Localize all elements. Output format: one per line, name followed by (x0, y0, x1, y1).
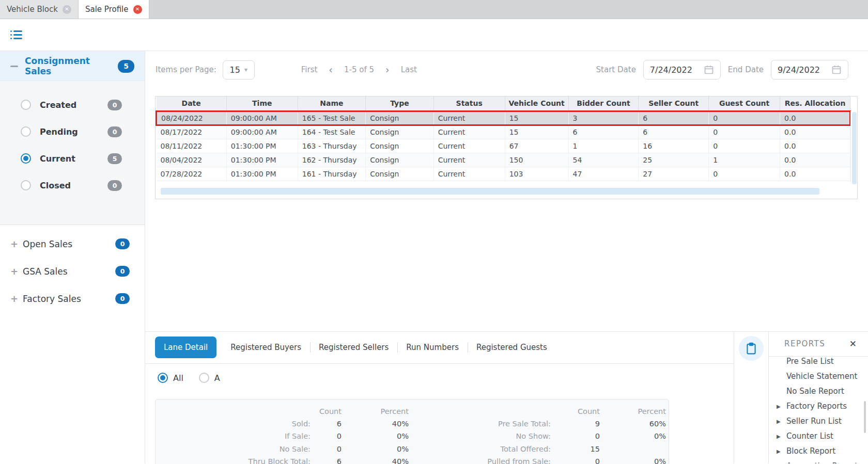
summary-row: No Sale:00% (156, 443, 409, 455)
report-group-counter-list[interactable]: ▶Counter List (777, 429, 868, 444)
summary-spacer (409, 405, 551, 418)
sidebar-status-closed[interactable]: Closed0 (0, 172, 145, 199)
detail-tab-lane-detail[interactable]: Lane Detail (155, 337, 216, 358)
radio-icon[interactable] (21, 100, 31, 110)
radio-icon[interactable] (199, 373, 209, 383)
lane-filter-label: All (173, 373, 183, 383)
chevron-right-icon[interactable]: ▶ (777, 449, 783, 454)
table-cell: 47 (568, 167, 639, 181)
report-item-pre-sale-list[interactable]: Pre Sale List (777, 357, 868, 369)
sidebar-item-open-sales[interactable]: +Open Sales0 (0, 230, 145, 258)
collapse-minus-icon[interactable] (10, 66, 18, 67)
reports-scrollbar-thumb[interactable] (864, 401, 866, 433)
pager-prev-icon[interactable]: ‹ (329, 64, 333, 75)
radio-icon[interactable] (21, 180, 31, 190)
end-date-input[interactable]: 9/24/2022 (771, 60, 848, 79)
window-tab-bar: Vehicle Block ✕ Sale Profile ✕ (0, 0, 868, 19)
expand-plus-icon[interactable]: + (10, 266, 19, 277)
tab-vehicle-block[interactable]: Vehicle Block ✕ (0, 0, 79, 19)
table-cell: 0.0 (780, 167, 850, 181)
pager-next-icon[interactable]: › (385, 64, 390, 75)
table-cell: Consign (366, 111, 433, 125)
column-header[interactable]: Date (157, 97, 227, 111)
report-group-accounting-reports[interactable]: ▶Accounting Reports (777, 459, 868, 464)
reports-clipboard-button[interactable] (739, 336, 764, 361)
table-header-row: DateTimeNameTypeStatusVehicle CountBidde… (157, 97, 850, 111)
table-cell: 25 (639, 153, 709, 167)
items-per-page-select[interactable]: 15 ▾ (223, 60, 255, 79)
sales-table-row[interactable]: 08/17/202209:00:00 AM164 - Test SaleCons… (157, 125, 850, 139)
items-per-page-value: 15 (230, 65, 240, 75)
table-cell: Consign (366, 153, 433, 167)
summary-header-row: CountPercent (409, 405, 666, 418)
column-header[interactable]: Status (433, 97, 505, 111)
report-group-factory-reports[interactable]: ▶Factory Reports (777, 399, 868, 414)
sales-table-row[interactable]: 08/11/202201:30:00 PM163 - ThursdayConsi… (157, 139, 850, 153)
sales-table-row[interactable]: 08/04/202201:30:00 PM162 - ThursdayConsi… (157, 153, 850, 167)
radio-icon[interactable] (158, 373, 168, 383)
summary-count: 0 (311, 430, 342, 442)
lane-filter-option-a[interactable]: A (199, 373, 220, 383)
pager-first-button[interactable]: First (301, 65, 318, 74)
chevron-right-icon[interactable]: ▶ (777, 434, 783, 439)
summary-spacer (156, 405, 311, 418)
sales-table-row[interactable]: 07/28/202201:30:00 PM161 - ThursdayConsi… (157, 167, 850, 181)
table-cell: Current (433, 111, 505, 125)
radio-icon[interactable] (21, 153, 31, 164)
radio-icon[interactable] (21, 126, 31, 137)
summary-row: No Show:00% (409, 430, 666, 442)
detail-tab-registered-buyers[interactable]: Registered Buyers (222, 343, 310, 352)
close-icon[interactable]: ✕ (63, 5, 71, 14)
table-cell: 0.0 (780, 139, 850, 153)
scrollbar-thumb[interactable] (852, 112, 857, 184)
table-cell: Current (433, 153, 505, 167)
report-group-seller-run-list[interactable]: ▶Seller Run List (777, 414, 868, 429)
sidebar-item-factory-sales[interactable]: +Factory Sales0 (0, 285, 145, 312)
chevron-right-icon[interactable]: ▶ (777, 463, 783, 464)
chevron-right-icon[interactable]: ▶ (777, 404, 783, 409)
scrollbar-thumb[interactable] (161, 188, 819, 195)
sidebar-groups: +Open Sales0+GSA Sales0+Factory Sales0 (0, 225, 145, 312)
table-cell: 6 (568, 125, 639, 139)
sales-table-container: DateTimeNameTypeStatusVehicle CountBidde… (155, 96, 858, 199)
column-header[interactable]: Time (226, 97, 298, 111)
pager-last-button[interactable]: Last (401, 65, 417, 74)
sales-table-row[interactable]: 08/24/202209:00:00 AM165 - Test SaleCons… (157, 111, 850, 125)
summary-label: If Sale: (156, 430, 311, 442)
lane-filter-option-all[interactable]: All (158, 373, 183, 383)
column-header[interactable]: Seller Count (639, 97, 709, 111)
table-cell: 6 (639, 125, 709, 139)
sidebar-status-created[interactable]: Created0 (0, 91, 145, 118)
tab-sale-profile[interactable]: Sale Profile ✕ (79, 0, 149, 19)
report-item-vehicle-statement[interactable]: Vehicle Statement (777, 369, 868, 384)
detail-tab-registered-guests[interactable]: Registered Guests (468, 343, 556, 352)
column-header[interactable]: Type (366, 97, 433, 111)
expand-plus-icon[interactable]: + (10, 293, 19, 304)
report-item-no-sale-report[interactable]: No Sale Report (777, 384, 868, 399)
reports-panel: REPORTS ✕ Pre Sale ListVehicle Statement… (768, 332, 868, 464)
detail-tab-registered-sellers[interactable]: Registered Sellers (310, 343, 397, 352)
column-header[interactable]: Vehicle Count (505, 97, 568, 111)
column-header[interactable]: Res. Allocation (780, 97, 850, 111)
column-header[interactable]: Guest Count (709, 97, 780, 111)
sidebar-item-consignment-sales[interactable]: Consignment Sales 5 (0, 51, 145, 81)
close-icon[interactable]: ✕ (133, 5, 142, 14)
group-count-badge: 0 (115, 238, 130, 249)
detail-tab-run-numbers[interactable]: Run Numbers (397, 343, 468, 352)
status-count-badge: 0 (107, 100, 122, 110)
sidebar-status-current[interactable]: Current5 (0, 145, 145, 172)
column-header[interactable]: Bidder Count (568, 97, 639, 111)
sidebar-item-gsa-sales[interactable]: +GSA Sales0 (0, 258, 145, 285)
menu-icon[interactable] (10, 30, 22, 39)
start-date-input[interactable]: 7/24/2022 (643, 60, 721, 79)
summary-right-table: CountPercentPre Sale Total:960%No Show:0… (409, 405, 666, 464)
chevron-right-icon[interactable]: ▶ (777, 419, 783, 424)
close-icon[interactable]: ✕ (849, 339, 857, 349)
summary-percent (600, 443, 666, 455)
group-count-badge: 0 (115, 266, 130, 277)
sidebar-status-pending[interactable]: Pending0 (0, 118, 145, 145)
table-cell: 15 (505, 111, 568, 125)
expand-plus-icon[interactable]: + (10, 238, 19, 249)
column-header[interactable]: Name (298, 97, 365, 111)
report-group-block-report[interactable]: ▶Block Report (777, 444, 868, 459)
